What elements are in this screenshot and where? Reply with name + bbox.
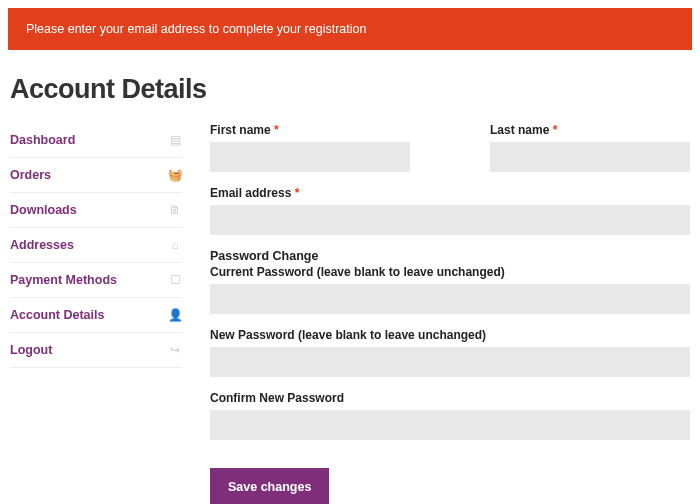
last-name-input[interactable] (490, 142, 690, 172)
nav-orders[interactable]: Orders 🧺 (10, 158, 182, 193)
email-input[interactable] (210, 205, 690, 235)
nav-dashboard[interactable]: Dashboard ▤ (10, 123, 182, 158)
last-name-label: Last name * (490, 123, 690, 137)
nav-downloads[interactable]: Downloads 🗎 (10, 193, 182, 228)
nav-account-details[interactable]: Account Details 👤 (10, 298, 182, 333)
current-password-input[interactable] (210, 284, 690, 314)
card-icon: ☐ (168, 273, 182, 287)
account-form: First name * Last name * Email address *… (182, 123, 690, 504)
nav-item-label: Orders (10, 168, 51, 182)
confirm-password-label: Confirm New Password (210, 391, 690, 405)
page-title: Account Details (10, 74, 690, 105)
first-name-label: First name * (210, 123, 410, 137)
nav-item-label: Downloads (10, 203, 77, 217)
first-name-input[interactable] (210, 142, 410, 172)
user-icon: 👤 (168, 308, 182, 322)
account-nav: Dashboard ▤ Orders 🧺 Downloads 🗎 Address… (10, 123, 182, 504)
registration-alert: Please enter your email address to compl… (8, 8, 692, 50)
nav-item-label: Logout (10, 343, 52, 357)
nav-payment-methods[interactable]: Payment Methods ☐ (10, 263, 182, 298)
nav-item-label: Payment Methods (10, 273, 117, 287)
new-password-label: New Password (leave blank to leave uncha… (210, 328, 690, 342)
home-icon: ⌂ (168, 238, 182, 252)
nav-addresses[interactable]: Addresses ⌂ (10, 228, 182, 263)
dashboard-icon: ▤ (168, 133, 182, 147)
file-icon: 🗎 (168, 203, 182, 217)
basket-icon: 🧺 (168, 168, 182, 182)
password-section-heading: Password Change (210, 249, 690, 263)
alert-text: Please enter your email address to compl… (26, 22, 366, 36)
email-label: Email address * (210, 186, 690, 200)
nav-item-label: Addresses (10, 238, 74, 252)
current-password-label: Current Password (leave blank to leave u… (210, 265, 690, 279)
nav-item-label: Dashboard (10, 133, 75, 147)
new-password-input[interactable] (210, 347, 690, 377)
save-changes-button[interactable]: Save changes (210, 468, 329, 504)
logout-icon: ↪ (168, 343, 182, 357)
nav-item-label: Account Details (10, 308, 104, 322)
confirm-password-input[interactable] (210, 410, 690, 440)
nav-logout[interactable]: Logout ↪ (10, 333, 182, 368)
